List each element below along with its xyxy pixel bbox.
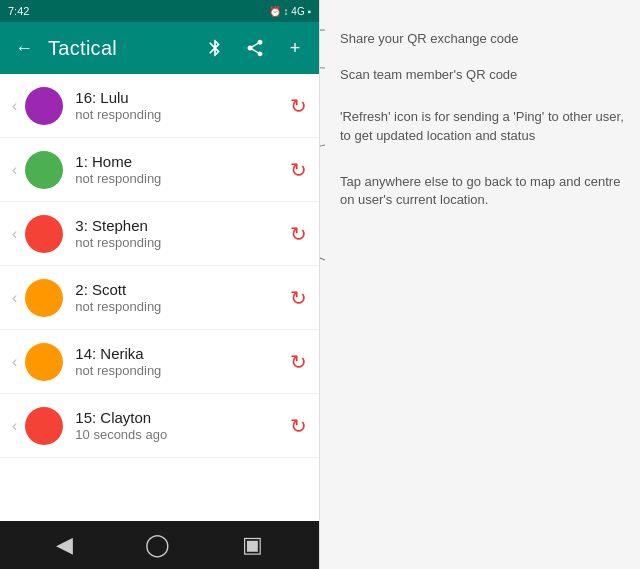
back-button[interactable]: ← [8, 32, 40, 64]
back-nav-button[interactable]: ◀ [56, 532, 73, 558]
bottom-nav: ◀ ◯ ▣ [0, 521, 319, 569]
contact-name-15: 15: Clayton [75, 409, 290, 426]
contact-item-1[interactable]: ‹ 1: Home not responding ↻ [0, 138, 319, 202]
status-time: 7:42 [8, 5, 29, 17]
svg-line-2 [320, 145, 325, 150]
svg-line-3 [320, 250, 325, 260]
chevron-left-icon: ‹ [12, 417, 17, 435]
svg-line-1 [320, 55, 325, 68]
annotation-4: Tap anywhere else to go back to map and … [340, 173, 624, 209]
app-title: Tactical [48, 37, 191, 60]
annotation-panel: Share your QR exchange code Scan team me… [320, 0, 640, 569]
contact-info-16: 16: Lulu not responding [75, 89, 290, 122]
avatar-3 [25, 215, 63, 253]
status-bar-left: 7:42 [8, 5, 29, 17]
contact-info-15: 15: Clayton 10 seconds ago [75, 409, 290, 442]
share-button[interactable] [239, 32, 271, 64]
contact-name-1: 1: Home [75, 153, 290, 170]
phone-panel: 7:42 ⏰ ↕ 4G ▪ ← Tactical + ‹ 16 [0, 0, 320, 569]
contact-item-2[interactable]: ‹ 2: Scott not responding ↻ [0, 266, 319, 330]
chevron-left-icon: ‹ [12, 353, 17, 371]
recents-nav-button[interactable]: ▣ [242, 532, 263, 558]
status-bar: 7:42 ⏰ ↕ 4G ▪ [0, 0, 319, 22]
bluetooth-icon[interactable] [199, 32, 231, 64]
contact-name-3: 3: Stephen [75, 217, 290, 234]
avatar-15 [25, 407, 63, 445]
contact-info-2: 2: Scott not responding [75, 281, 290, 314]
contact-name-16: 16: Lulu [75, 89, 290, 106]
add-button[interactable]: + [279, 32, 311, 64]
refresh-icon-16[interactable]: ↻ [290, 94, 307, 118]
contact-info-1: 1: Home not responding [75, 153, 290, 186]
contact-item-16[interactable]: ‹ 16: Lulu not responding ↻ [0, 74, 319, 138]
contact-status-1: not responding [75, 171, 290, 186]
contact-item-3[interactable]: ‹ 3: Stephen not responding ↻ [0, 202, 319, 266]
refresh-icon-2[interactable]: ↻ [290, 286, 307, 310]
refresh-icon-15[interactable]: ↻ [290, 414, 307, 438]
refresh-icon-14[interactable]: ↻ [290, 350, 307, 374]
contact-name-14: 14: Nerika [75, 345, 290, 362]
status-bar-right: ⏰ ↕ 4G ▪ [269, 6, 311, 17]
annotation-2: Scan team member's QR code [340, 66, 624, 84]
avatar-14 [25, 343, 63, 381]
contact-info-14: 14: Nerika not responding [75, 345, 290, 378]
contact-status-14: not responding [75, 363, 290, 378]
refresh-icon-3[interactable]: ↻ [290, 222, 307, 246]
contact-list: ‹ 16: Lulu not responding ↻ ‹ 1: Home no… [0, 74, 319, 521]
annotation-1: Share your QR exchange code [340, 30, 624, 48]
contact-status-2: not responding [75, 299, 290, 314]
annotation-arrows [320, 0, 640, 569]
annotation-3: 'Refresh' icon is for sending a 'Ping' t… [340, 108, 624, 144]
contact-item-14[interactable]: ‹ 14: Nerika not responding ↻ [0, 330, 319, 394]
chevron-left-icon: ‹ [12, 289, 17, 307]
chevron-left-icon: ‹ [12, 161, 17, 179]
home-nav-button[interactable]: ◯ [145, 532, 170, 558]
avatar-1 [25, 151, 63, 189]
chevron-left-icon: ‹ [12, 97, 17, 115]
refresh-icon-1[interactable]: ↻ [290, 158, 307, 182]
contact-status-3: not responding [75, 235, 290, 250]
status-icons: ⏰ ↕ 4G ▪ [269, 6, 311, 17]
contact-name-2: 2: Scott [75, 281, 290, 298]
contact-status-16: not responding [75, 107, 290, 122]
contact-info-3: 3: Stephen not responding [75, 217, 290, 250]
contact-status-15: 10 seconds ago [75, 427, 290, 442]
svg-line-0 [320, 30, 325, 40]
avatar-16 [25, 87, 63, 125]
app-bar: ← Tactical + [0, 22, 319, 74]
chevron-left-icon: ‹ [12, 225, 17, 243]
avatar-2 [25, 279, 63, 317]
contact-item-15[interactable]: ‹ 15: Clayton 10 seconds ago ↻ [0, 394, 319, 458]
